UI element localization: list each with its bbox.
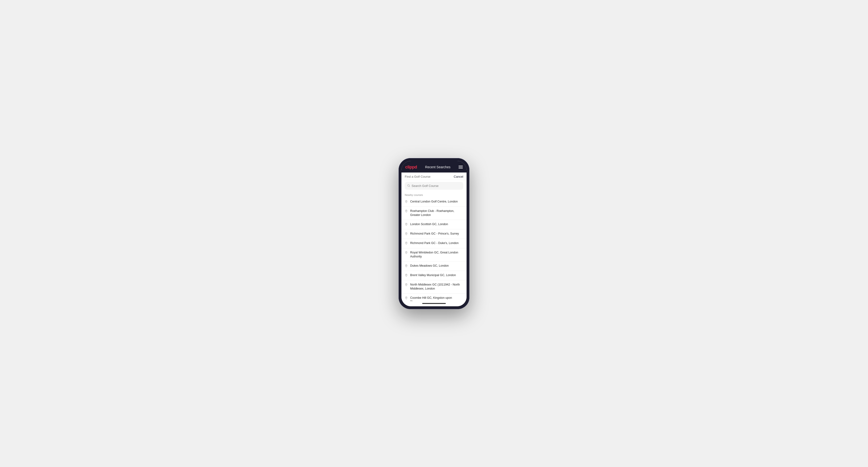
course-name: Royal Wimbledon GC, Great London Authori… [410, 251, 463, 259]
location-icon [405, 200, 408, 204]
list-item[interactable]: Brent Valley Municipal GC, London [401, 271, 467, 280]
svg-point-8 [406, 265, 407, 266]
svg-point-9 [406, 275, 407, 275]
find-label: Find a Golf Course [405, 175, 430, 178]
list-item[interactable]: Coombe Hill GC, Kingston upon Thames [401, 293, 467, 301]
svg-point-4 [406, 223, 407, 224]
svg-point-6 [406, 242, 407, 243]
course-name: Richmond Park GC - Duke's, London [410, 241, 459, 245]
course-name: Richmond Park GC - Prince's, Surrey [410, 232, 459, 236]
nearby-courses-section: Nearby courses Central London Golf Centr… [401, 192, 467, 301]
search-icon [407, 184, 410, 188]
phone-screen: clippd Recent Searches Find a Golf Cours… [401, 161, 467, 306]
course-name: Dukes Meadows GC, London [410, 264, 448, 268]
home-indicator [401, 301, 467, 306]
list-item[interactable]: Richmond Park GC - Prince's, Surrey [401, 229, 467, 239]
search-bar-wrapper [401, 180, 467, 192]
app-logo: clippd [405, 165, 417, 170]
list-item[interactable]: North Middlesex GC (1011942 - North Midd… [401, 280, 467, 293]
course-name: London Scottish GC, London [410, 222, 448, 226]
list-item[interactable]: Richmond Park GC - Duke's, London [401, 239, 467, 248]
search-bar [405, 182, 463, 190]
list-item[interactable]: Royal Wimbledon GC, Great London Authori… [401, 248, 467, 261]
list-item[interactable]: Roehampton Club - Roehampton, Greater Lo… [401, 207, 467, 220]
location-icon [405, 241, 408, 246]
list-item[interactable]: Dukes Meadows GC, London [401, 261, 467, 271]
location-icon [405, 264, 408, 268]
svg-point-11 [406, 297, 407, 298]
svg-point-3 [406, 210, 407, 211]
svg-point-2 [406, 201, 407, 201]
menu-icon[interactable] [459, 166, 463, 168]
location-icon [405, 209, 408, 214]
location-icon [405, 283, 408, 287]
location-icon [405, 274, 408, 278]
nearby-section-label: Nearby courses [401, 192, 467, 197]
course-name: North Middlesex GC (1011942 - North Midd… [410, 283, 463, 291]
course-name: Roehampton Club - Roehampton, Greater Lo… [410, 209, 463, 217]
course-name: Central London Golf Centre, London [410, 199, 458, 204]
list-item[interactable]: Central London Golf Centre, London [401, 197, 467, 207]
location-icon [405, 296, 408, 301]
course-name: Brent Valley Municipal GC, London [410, 273, 456, 278]
svg-line-1 [409, 186, 410, 186]
header-title: Recent Searches [425, 165, 450, 169]
course-name: Coombe Hill GC, Kingston upon Thames [410, 296, 463, 301]
svg-point-5 [406, 233, 407, 234]
location-icon [405, 222, 408, 227]
search-header: Find a Golf Course Cancel [401, 173, 467, 180]
svg-point-7 [406, 252, 407, 252]
location-icon [405, 232, 408, 236]
cancel-button[interactable]: Cancel [454, 175, 463, 178]
home-bar [422, 303, 446, 304]
svg-point-10 [406, 284, 407, 285]
app-header: clippd Recent Searches [401, 161, 467, 173]
location-icon [405, 251, 408, 255]
list-item[interactable]: London Scottish GC, London [401, 220, 467, 229]
search-input[interactable] [411, 184, 461, 188]
phone-device: clippd Recent Searches Find a Golf Cours… [399, 158, 469, 309]
